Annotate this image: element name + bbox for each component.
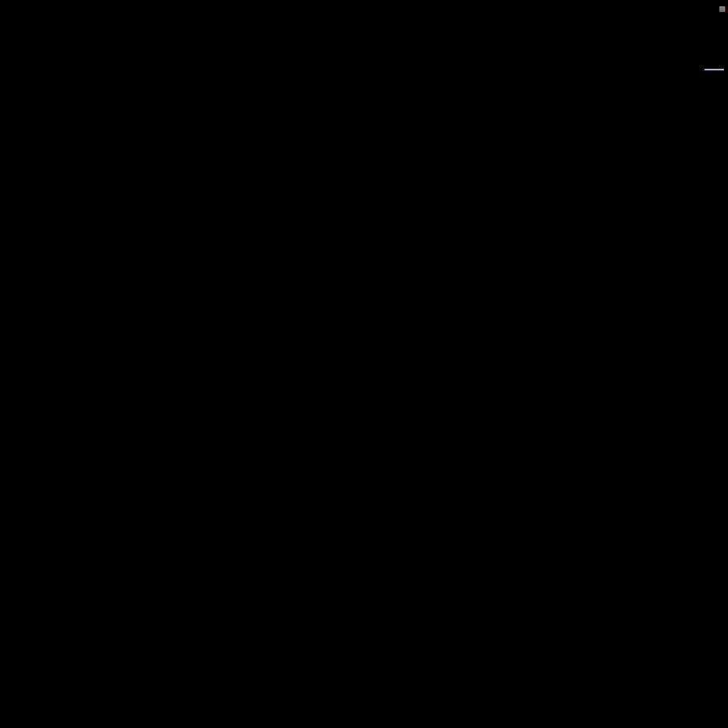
radar-map xyxy=(0,0,728,728)
range-rings xyxy=(61,61,646,647)
river-lines xyxy=(257,8,705,500)
radar-display: ▨ xyxy=(0,0,728,728)
county-boundaries xyxy=(0,0,728,712)
classification-color-bar xyxy=(705,69,724,70)
app-logo-icon[interactable]: ▨ xyxy=(719,3,725,14)
interstate-lines xyxy=(0,0,684,726)
highway-lines xyxy=(0,193,726,726)
